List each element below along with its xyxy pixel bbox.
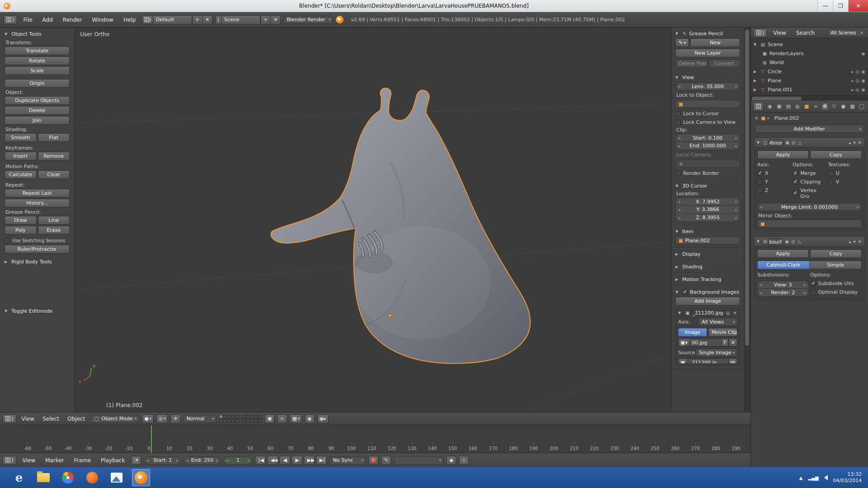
scene-name-value[interactable]: Scene	[222, 15, 260, 24]
remove-image-icon[interactable]: ✕	[733, 310, 737, 315]
collapse-triangle-icon[interactable]: ▼	[757, 239, 761, 244]
tray-expand-icon[interactable]: ▲	[799, 475, 803, 480]
cursor-panel-header[interactable]: ▼ 3D Cursor	[675, 183, 740, 189]
mirror-apply-button[interactable]: Apply	[757, 150, 809, 159]
editmode-toggle-icon[interactable]: △	[797, 140, 802, 145]
frame-end-field[interactable]: ◂End: 250▸	[184, 456, 221, 465]
maximize-button[interactable]: ❒	[833, 0, 848, 12]
modifiers-tab-icon[interactable]: ⚙	[821, 102, 829, 111]
use-preview-range-toggle[interactable]: ◔	[131, 456, 141, 465]
mirror-object-field[interactable]: ■	[757, 220, 862, 228]
scene-tab-icon[interactable]: ▤	[784, 102, 793, 111]
subsurf-copy-button[interactable]: Copy	[810, 249, 862, 258]
expand-triangle-icon[interactable]: ▼	[754, 42, 758, 47]
outliner-horizontal-scrollbar[interactable]	[751, 95, 868, 101]
tl-menu-marker[interactable]: Marker	[42, 456, 67, 465]
collapsed-triangle-icon[interactable]: ▶	[754, 88, 758, 92]
image-name-field-2[interactable]: _211200.jp	[687, 358, 728, 363]
calculate-paths-button[interactable]: Calculate	[5, 170, 37, 179]
shading-panel-header[interactable]: ▶ Shading	[675, 264, 740, 270]
layer-group-1[interactable]	[219, 415, 239, 422]
object-tools-panel-header[interactable]: ▼ Object Tools	[5, 31, 70, 37]
subsurf-view-field[interactable]: ◂View: 3▸	[757, 281, 809, 289]
screen-layout-icon[interactable]: ▴▾	[142, 15, 153, 24]
render-restrict-icon[interactable]: ◉	[861, 51, 865, 56]
subsurf-modifier-header[interactable]: ▼ ⊞ Subsurf ◉ ◎ △ ▴ ▾ ✕	[755, 237, 864, 247]
cursor-z-field[interactable]: ◂Z: 8.3955▸	[675, 214, 740, 222]
sync-mode-select[interactable]: No Sync▾	[330, 456, 366, 465]
merge-checkbox[interactable]	[793, 171, 798, 176]
render-layers-tab-icon[interactable]: ▣	[775, 102, 783, 111]
scene-icon[interactable]: ▴▾	[215, 15, 222, 24]
catmull-clark-button[interactable]: Catmull-Clark	[757, 261, 810, 269]
toggle-editmode-header[interactable]: ▼ Toggle Editmode	[5, 308, 70, 314]
gp-new-button[interactable]: New	[690, 38, 740, 47]
properties-editor-type-selector[interactable]	[753, 102, 764, 111]
previous-keyframe-button[interactable]: ◀◀	[267, 456, 278, 465]
tl-menu-frame[interactable]: Frame	[70, 456, 94, 465]
next-keyframe-button[interactable]: ▶▶	[304, 456, 315, 465]
menu-window[interactable]: Window	[89, 15, 117, 24]
duplicate-objects-button[interactable]: Duplicate Objects	[5, 96, 70, 105]
image-tab[interactable]: Image	[678, 328, 707, 337]
lock-to-cursor-checkbox[interactable]	[675, 111, 681, 117]
outliner-row-plane[interactable]: ▶ ▽ Plane ▸ ◎ ◉	[751, 76, 868, 85]
taskbar-photos-button[interactable]	[108, 469, 126, 486]
mirror-modifier-name-field[interactable]: Mirror	[769, 139, 783, 146]
mode-select[interactable]: ◯ Object Mode▾	[90, 415, 139, 423]
pivot-point-select[interactable]: ◎▾	[156, 414, 168, 423]
insert-keyframe-icon-button[interactable]: ◆	[446, 456, 456, 465]
clip-start-field[interactable]: ◂Start: 0.100▸	[675, 134, 740, 142]
material-tab-icon[interactable]: ●	[839, 102, 847, 111]
tl-menu-view[interactable]: View	[19, 456, 39, 465]
taskbar-blender-button[interactable]	[132, 469, 150, 486]
item-panel-header[interactable]: ▼ Item	[675, 229, 740, 235]
insert-keyframe-button[interactable]: Insert	[5, 152, 37, 160]
local-camera-field[interactable]: ◉	[675, 160, 740, 168]
display-toggle-icon[interactable]: ◎	[791, 140, 796, 145]
clock[interactable]: 13:32 04/03/2014	[833, 471, 862, 484]
move-up-button[interactable]: ▴	[849, 239, 852, 244]
cursor-x-field[interactable]: ◂X: 7.9952▸	[675, 197, 740, 206]
delete-button[interactable]: Delete	[5, 106, 70, 115]
merge-limit-field[interactable]: ◂Merge Limit: 0.001000▸	[757, 203, 862, 211]
timeline-playhead[interactable]	[151, 425, 152, 453]
item-name-field[interactable]: ■ Plane.002	[675, 236, 740, 244]
vp-menu-select[interactable]: Select	[40, 415, 62, 423]
subsurf-render-field[interactable]: ◂Render: 2▸	[757, 289, 809, 297]
frame-start-field[interactable]: ◂Start: 1▸	[144, 456, 181, 465]
origin-button[interactable]: Origin	[5, 79, 70, 88]
viewport-shading-select[interactable]: ●▾	[142, 414, 154, 423]
mirror-x-checkbox[interactable]	[757, 171, 763, 176]
unlink-image-button[interactable]: ✕	[729, 338, 737, 347]
render-restrict-icon[interactable]: ◉	[861, 78, 865, 83]
lock-camera-row[interactable]: Lock Camera to View	[675, 119, 740, 125]
jump-to-start-button[interactable]: |◀	[255, 456, 266, 465]
snap-magnet-toggle[interactable]: ∩	[277, 414, 287, 423]
manipulator-translate-toggle[interactable]: ✛	[170, 414, 180, 423]
snap-element-select[interactable]: ▦▾	[290, 414, 302, 423]
selectable-restrict-icon[interactable]: ▸	[852, 87, 854, 92]
tl-menu-playback[interactable]: Playback	[97, 456, 129, 465]
screen-layout-add-button[interactable]: +	[192, 15, 203, 24]
image-browse-icon[interactable]: ▣▾	[678, 338, 690, 347]
visibility-restrict-icon[interactable]: ◎	[856, 78, 860, 83]
texture-tab-icon[interactable]: ▩	[848, 102, 856, 111]
outliner-row-circle[interactable]: ▶ ▽ Circle ▸ ◎ ◉	[751, 67, 868, 76]
transform-orientation-select[interactable]: Normal▾	[183, 415, 217, 423]
vertex-groups-checkbox[interactable]	[793, 191, 798, 196]
minimize-button[interactable]: —	[817, 0, 833, 12]
current-frame-field[interactable]: ◂1▸	[223, 456, 252, 465]
menu-render[interactable]: Render	[59, 15, 86, 24]
taskbar-explorer-button[interactable]	[34, 469, 52, 486]
display-panel-header[interactable]: ▶ Display	[675, 251, 740, 257]
clipping-checkbox[interactable]	[793, 179, 798, 185]
collapse-triangle-icon[interactable]: ▼	[757, 141, 761, 145]
grease-pencil-panel-header[interactable]: ▼ ✎ Grease Pencil	[675, 31, 740, 37]
menu-file[interactable]: File	[20, 15, 36, 24]
lock-to-object-field[interactable]: ■	[675, 100, 740, 108]
scene-delete-button[interactable]: ✕	[271, 15, 281, 24]
collapsed-triangle-icon[interactable]: ▶	[754, 79, 758, 83]
gp-convert-button[interactable]: Convert	[708, 59, 740, 68]
rigid-body-tools-header[interactable]: ▶ Rigid Body Tools	[5, 259, 70, 265]
